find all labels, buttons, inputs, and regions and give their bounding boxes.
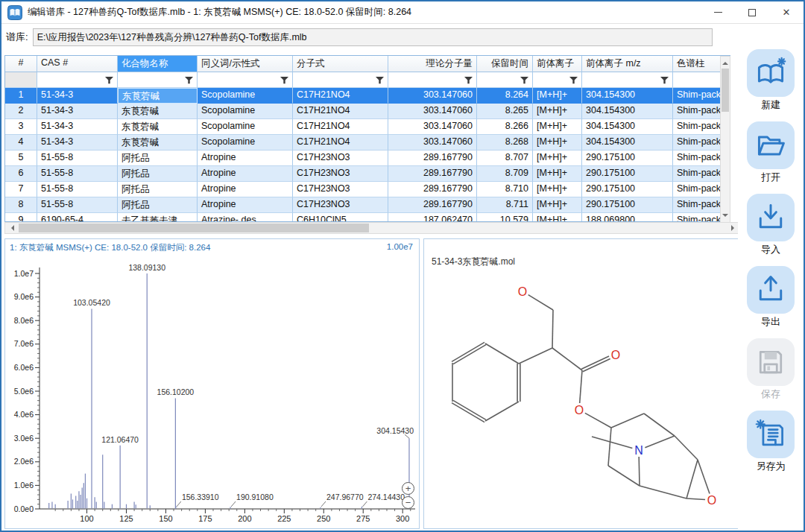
cell-r7-c7[interactable]: [M+H]+ [533, 182, 582, 197]
library-path-input[interactable]: E:\应用报告\2023年\127种兽残高分辨\127种兽药Q-Tof数据库.m… [33, 28, 713, 46]
cell-r3-c1[interactable]: 51-34-3 [37, 119, 118, 135]
structure-panel[interactable]: 51-34-3东莨菪碱.mol OOONO [423, 238, 739, 529]
cell-r4-c7[interactable]: [M+H]+ [533, 135, 582, 151]
cell-r3-c7[interactable]: [M+H]+ [533, 119, 582, 135]
cell-r8-c6[interactable]: 8.711 [477, 197, 533, 213]
scroll-left-icon[interactable] [8, 225, 14, 231]
new-library-button[interactable]: 新建 [747, 49, 795, 112]
column-header-6[interactable]: 保留时间 [477, 56, 533, 72]
cell-r7-c8[interactable]: 290.175100 [582, 182, 673, 197]
cell-r2-c4[interactable]: C17H21NO4 [293, 104, 388, 119]
table-row-9[interactable]: 96190-65-4去乙基莠去津Atrazine- des...C6H10ClN… [5, 213, 730, 221]
cell-r2-c0[interactable]: 2 [5, 104, 37, 119]
scroll-right-icon[interactable] [731, 225, 737, 231]
cell-r4-c2[interactable]: 东莨菪碱 [118, 135, 198, 151]
mass-spectrum-plot[interactable]: 0.0e01.0e62.0e63.0e64.0e65.0e66.0e67.0e6… [5, 239, 419, 528]
cell-r4-c1[interactable]: 51-34-3 [37, 135, 118, 151]
horizontal-scroll-thumb[interactable] [19, 224, 369, 232]
filter-funnel-icon[interactable] [376, 77, 384, 84]
export-button[interactable]: 导出 [747, 266, 795, 329]
filter-cell-7[interactable] [533, 72, 582, 88]
cell-r4-c4[interactable]: C17H21NO4 [293, 135, 388, 151]
cell-r5-c3[interactable]: Atropine [198, 151, 293, 166]
cell-r2-c5[interactable]: 303.147060 [388, 104, 477, 119]
filter-cell-3[interactable] [198, 72, 293, 88]
cell-r4-c6[interactable]: 8.268 [477, 135, 533, 151]
filter-funnel-icon[interactable] [280, 77, 288, 84]
table-row-6[interactable]: 651-55-8阿托品AtropineC17H23NO3289.1677908.… [5, 166, 730, 182]
table-row-3[interactable]: 351-34-3东莨菪碱ScopolamineC17H21NO4303.1470… [5, 119, 730, 135]
zoom-in-button[interactable]: + [402, 482, 414, 495]
filter-cell-2[interactable] [118, 72, 198, 88]
table-vertical-scrollbar[interactable] [720, 56, 730, 223]
filter-cell-1[interactable] [37, 72, 118, 88]
column-header-8[interactable]: 前体离子 m/z [582, 56, 673, 72]
cell-r6-c0[interactable]: 6 [5, 166, 37, 182]
scroll-down-icon[interactable] [722, 214, 728, 220]
cell-r5-c1[interactable]: 51-55-8 [37, 151, 118, 166]
vertical-scroll-thumb[interactable] [722, 69, 729, 112]
cell-r6-c1[interactable]: 51-55-8 [37, 166, 118, 182]
filter-cell-8[interactable] [582, 72, 673, 88]
cell-r5-c2[interactable]: 阿托品 [118, 151, 198, 166]
cell-r5-c8[interactable]: 290.175100 [582, 151, 673, 166]
column-header-5[interactable]: 理论分子量 [388, 56, 477, 72]
cell-r7-c6[interactable]: 8.710 [477, 182, 533, 197]
maximize-button[interactable] [735, 1, 769, 23]
cell-r5-c6[interactable]: 8.707 [477, 151, 533, 166]
cell-r2-c6[interactable]: 8.265 [477, 104, 533, 119]
minimize-button[interactable] [701, 1, 735, 23]
table-row-5[interactable]: 551-55-8阿托品AtropineC17H23NO3289.1677908.… [5, 151, 730, 166]
cell-r3-c8[interactable]: 304.154300 [582, 119, 673, 135]
cell-r7-c4[interactable]: C17H23NO3 [293, 182, 388, 197]
cell-r1-c7[interactable]: [M+H]+ [533, 88, 582, 104]
cell-r4-c0[interactable]: 4 [5, 135, 37, 151]
cell-r6-c8[interactable]: 290.175100 [582, 166, 673, 182]
cell-r1-c5[interactable]: 303.147060 [388, 88, 477, 104]
cell-r6-c7[interactable]: [M+H]+ [533, 166, 582, 182]
cell-r2-c8[interactable]: 304.154300 [582, 104, 673, 119]
cell-r7-c1[interactable]: 51-55-8 [37, 182, 118, 197]
cell-r5-c4[interactable]: C17H23NO3 [293, 151, 388, 166]
table-row-1[interactable]: 151-34-3东莨菪碱ScopolamineC17H21NO4303.1470… [5, 88, 730, 104]
cell-r3-c5[interactable]: 303.147060 [388, 119, 477, 135]
cell-r4-c3[interactable]: Scopolamine [198, 135, 293, 151]
table-row-8[interactable]: 851-55-8阿托品AtropineC17H23NO3289.1677908.… [5, 197, 730, 213]
filter-funnel-icon[interactable] [185, 77, 193, 84]
cell-r6-c4[interactable]: C17H23NO3 [293, 166, 388, 182]
table-row-4[interactable]: 451-34-3东莨菪碱ScopolamineC17H21NO4303.1470… [5, 135, 730, 151]
cell-r3-c4[interactable]: C17H21NO4 [293, 119, 388, 135]
close-button[interactable]: ✕ [769, 1, 804, 23]
cell-r7-c2[interactable]: 阿托品 [118, 182, 198, 197]
table-row-7[interactable]: 751-55-8阿托品AtropineC17H23NO3289.1677908.… [5, 182, 730, 197]
table-row-2[interactable]: 251-34-3东莨菪碱ScopolamineC17H21NO4303.1470… [5, 104, 730, 119]
cell-r4-c5[interactable]: 303.147060 [388, 135, 477, 151]
cell-r8-c3[interactable]: Atropine [198, 197, 293, 213]
cell-r9-c2[interactable]: 去乙基莠去津 [118, 213, 198, 221]
cell-r8-c7[interactable]: [M+H]+ [533, 197, 582, 213]
filter-funnel-icon[interactable] [569, 77, 578, 84]
table-horizontal-scrollbar[interactable] [4, 222, 741, 234]
filter-cell-6[interactable] [477, 72, 533, 88]
cell-r2-c3[interactable]: Scopolamine [198, 104, 293, 119]
cell-r1-c1[interactable]: 51-34-3 [37, 88, 118, 104]
cell-r1-c4[interactable]: C17H21NO4 [293, 88, 388, 104]
cell-r4-c8[interactable]: 304.154300 [582, 135, 673, 151]
column-header-7[interactable]: 前体离子 [533, 56, 582, 72]
save-button[interactable]: 保存 [747, 338, 795, 401]
open-button[interactable]: 打开 [747, 121, 795, 184]
cell-r1-c2[interactable]: 东莨菪碱 [118, 88, 198, 104]
cell-r7-c3[interactable]: Atropine [198, 182, 293, 197]
column-header-3[interactable]: 同义词/示性式 [198, 56, 293, 72]
cell-r9-c1[interactable]: 6190-65-4 [37, 213, 118, 221]
import-button[interactable]: 导入 [747, 194, 795, 256]
cell-r1-c3[interactable]: Scopolamine [198, 88, 293, 104]
filter-cell-0[interactable] [5, 72, 37, 88]
cell-r8-c1[interactable]: 51-55-8 [37, 197, 118, 213]
column-header-2[interactable]: 化合物名称 [118, 56, 198, 72]
cell-r3-c6[interactable]: 8.266 [477, 119, 533, 135]
cell-r1-c6[interactable]: 8.264 [477, 88, 533, 104]
cell-r7-c5[interactable]: 289.167790 [388, 182, 477, 197]
cell-r8-c5[interactable]: 289.167790 [388, 197, 477, 213]
cell-r9-c0[interactable]: 9 [5, 213, 37, 221]
